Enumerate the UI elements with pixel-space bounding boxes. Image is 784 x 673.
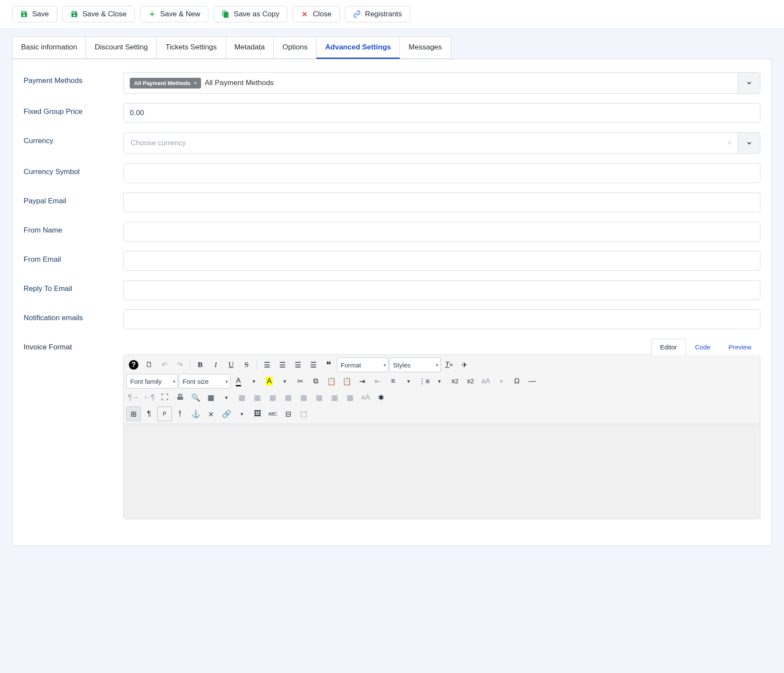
show-blocks-icon[interactable]: ⊞ <box>126 407 141 421</box>
clear-icon[interactable]: × <box>722 139 738 147</box>
chevron-down-icon[interactable]: ▼ <box>494 374 509 389</box>
upload-icon[interactable]: ⭱ <box>173 407 187 421</box>
horizontal-rule-icon[interactable]: — <box>525 374 540 389</box>
currency-select[interactable]: Choose currency × <box>123 132 760 154</box>
chevron-down-icon[interactable]: ▼ <box>235 407 249 421</box>
font-size-icon[interactable]: AA <box>358 390 373 405</box>
registrants-button[interactable]: Registrants <box>345 6 410 22</box>
spellcheck-icon[interactable]: ABC <box>265 407 280 421</box>
chevron-down-icon[interactable] <box>738 73 760 93</box>
editor-tab-code[interactable]: Code <box>686 339 720 355</box>
outdent-icon[interactable]: ⇤ <box>370 374 385 389</box>
tab-metadata[interactable]: Metadata <box>226 37 274 59</box>
underline-icon[interactable]: U <box>224 358 238 372</box>
format-select[interactable]: Format <box>337 358 388 372</box>
align-left-icon[interactable]: ☰ <box>259 358 274 372</box>
rtl-icon[interactable]: ←¶ <box>142 390 156 405</box>
editor-tab-editor[interactable]: Editor <box>651 339 686 355</box>
tab-basic-information[interactable]: Basic information <box>12 37 86 59</box>
table-col-after-icon[interactable]: ▦ <box>296 390 311 405</box>
copy-icon[interactable]: ⧉ <box>308 374 323 389</box>
from-email-input[interactable] <box>123 251 760 271</box>
clear-formatting-icon[interactable]: T× <box>442 358 456 372</box>
print-icon[interactable]: 🖶 <box>173 390 187 405</box>
table-row-after-icon[interactable]: ▦ <box>250 390 265 405</box>
unordered-list-icon[interactable]: ⋮≡ <box>417 374 431 389</box>
font-size-select[interactable]: Font size <box>179 374 230 389</box>
editor-content-area[interactable] <box>124 424 760 519</box>
superscript-icon[interactable]: x2 <box>463 374 478 389</box>
payment-methods-chip[interactable]: All Payment Methods × <box>130 78 201 89</box>
tab-advanced-settings[interactable]: Advanced Settings <box>316 37 400 59</box>
chevron-down-icon[interactable]: ▼ <box>401 374 416 389</box>
redo-icon[interactable]: ↷ <box>173 358 187 372</box>
save-button[interactable]: Save <box>12 6 57 22</box>
align-right-icon[interactable]: ☰ <box>290 358 305 372</box>
special-char-icon[interactable]: Ω <box>509 374 524 389</box>
bold-icon[interactable]: B <box>193 358 207 372</box>
insert-template-icon[interactable]: ⬚ <box>296 407 311 421</box>
paste-text-icon[interactable]: 📋 <box>339 374 354 389</box>
unlink-icon[interactable]: ⨯ <box>204 407 218 421</box>
fixed-group-price-input[interactable] <box>123 103 760 123</box>
new-document-icon[interactable]: 🗋 <box>142 358 156 372</box>
chip-remove-icon[interactable]: × <box>194 80 197 86</box>
highlight-color-icon[interactable]: A <box>262 374 277 389</box>
chevron-down-icon[interactable]: ▼ <box>278 374 292 389</box>
chevron-down-icon[interactable]: ▼ <box>432 374 447 389</box>
cut-icon[interactable]: ✂ <box>293 374 308 389</box>
paypal-email-input[interactable] <box>123 193 760 212</box>
paragraph-icon[interactable]: ¶ <box>142 407 156 421</box>
page-break-visual-icon[interactable]: P <box>157 407 172 421</box>
close-button[interactable]: Close <box>293 6 339 22</box>
align-justify-icon[interactable]: ☰ <box>306 358 320 372</box>
styles-select[interactable]: Styles <box>389 358 441 372</box>
from-name-input[interactable] <box>123 222 760 242</box>
fullscreen-icon[interactable]: ⛶ <box>157 390 172 405</box>
link-icon[interactable]: 🔗 <box>219 407 234 421</box>
payment-methods-select[interactable]: All Payment Methods × All Payment Method… <box>123 72 760 94</box>
table-delete-col-icon[interactable]: ▦ <box>312 390 326 405</box>
blockquote-icon[interactable]: ❝ <box>321 358 336 372</box>
ltr-icon[interactable]: ¶→ <box>126 390 141 405</box>
indent-icon[interactable]: ⇥ <box>355 374 369 389</box>
save-copy-button[interactable]: Save as Copy <box>214 6 287 22</box>
chevron-down-icon[interactable]: ▼ <box>219 390 234 405</box>
chevron-down-icon[interactable]: ▼ <box>247 374 261 389</box>
save-close-button[interactable]: Save & Close <box>62 6 135 22</box>
gear-icon[interactable]: ✱ <box>374 390 388 405</box>
help-icon[interactable]: ? <box>129 360 138 370</box>
editor-tab-preview[interactable]: Preview <box>720 339 760 355</box>
strikethrough-icon[interactable]: S <box>239 358 254 372</box>
search-icon[interactable]: 🔍 <box>188 390 203 405</box>
tab-options[interactable]: Options <box>273 37 317 59</box>
paste-icon[interactable]: 📋 <box>324 374 339 389</box>
italic-icon[interactable]: I <box>208 358 223 372</box>
tab-messages[interactable]: Messages <box>400 37 451 59</box>
brush-icon[interactable]: ✈ <box>457 358 472 372</box>
tab-tickets-settings[interactable]: Tickets Settings <box>156 37 226 59</box>
notification-emails-input[interactable] <box>123 309 760 329</box>
currency-symbol-input[interactable] <box>123 163 760 183</box>
page-break-icon[interactable]: ⊟ <box>281 407 296 421</box>
reply-to-email-input[interactable] <box>123 280 760 300</box>
table-split-icon[interactable]: ▦ <box>343 390 357 405</box>
anchor-icon[interactable]: ⚓ <box>188 407 203 421</box>
font-family-select[interactable]: Font family <box>126 374 178 389</box>
chevron-down-icon[interactable] <box>738 133 760 153</box>
text-color-icon[interactable]: A <box>231 374 246 389</box>
align-center-icon[interactable]: ☰ <box>275 358 290 372</box>
undo-icon[interactable]: ↶ <box>157 358 172 372</box>
image-icon[interactable]: 🖼 <box>250 407 265 421</box>
ordered-list-icon[interactable]: ≡ <box>386 374 400 389</box>
table-row-before-icon[interactable]: ▦ <box>235 390 249 405</box>
table-merge-icon[interactable]: ▦ <box>327 390 342 405</box>
table-delete-row-icon[interactable]: ▦ <box>265 390 280 405</box>
table-icon[interactable]: ▦ <box>204 390 218 405</box>
tab-discount-setting[interactable]: Discount Setting <box>85 37 157 59</box>
save-icon <box>20 10 28 18</box>
table-col-before-icon[interactable]: ▦ <box>281 390 296 405</box>
save-new-button[interactable]: Save & New <box>140 6 209 22</box>
subscript-icon[interactable]: x2 <box>448 374 462 389</box>
letter-case-icon[interactable]: aA <box>479 374 493 389</box>
